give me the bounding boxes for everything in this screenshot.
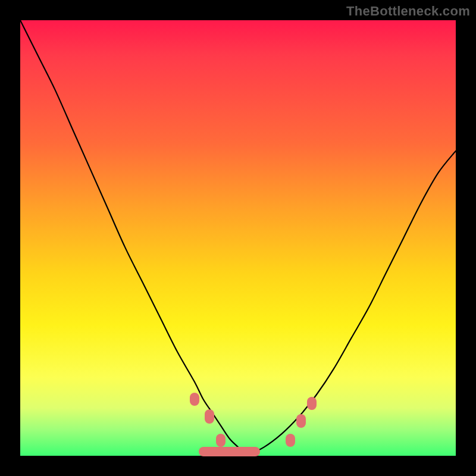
bump-right-mid [296,414,306,428]
watermark-text: TheBottleneck.com [346,4,470,19]
bump-right-high [307,397,317,410]
bump-left-low [216,434,226,447]
plot-area [20,20,456,456]
chart-frame: TheBottleneck.com [0,0,476,476]
left-curve [20,20,247,456]
bump-left-high [190,393,199,406]
bump-valley-bar [199,447,259,456]
bump-left-mid [205,409,214,423]
curves-svg [20,20,456,456]
right-curve [247,151,456,456]
bump-right-low [286,434,295,447]
